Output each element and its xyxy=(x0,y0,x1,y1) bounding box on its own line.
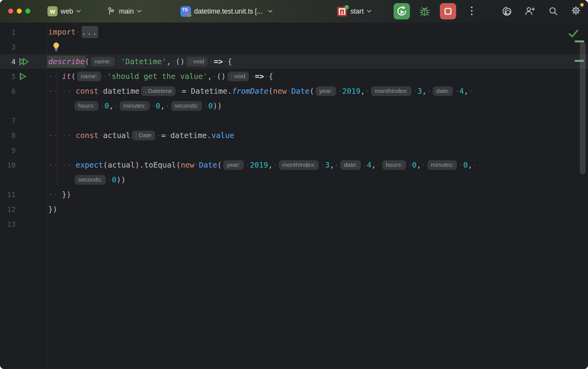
whitespace-dots: · xyxy=(165,101,170,110)
line-gutter: 3 xyxy=(0,39,47,54)
run-test-icon[interactable] xyxy=(18,72,31,81)
whitespace-dots: · xyxy=(245,161,250,170)
code-token: 'Datetime' xyxy=(121,57,166,66)
code-token: 0 xyxy=(208,101,213,110)
code-token: , xyxy=(360,87,365,96)
window-zoom-button[interactable] xyxy=(25,9,30,14)
whitespace-dots: · xyxy=(194,161,199,170)
editor[interactable]: 1import·...34describe(name:·'Datetime',·… xyxy=(0,23,588,369)
whitespace-dots: · xyxy=(338,87,342,96)
rerun-icon xyxy=(396,5,408,17)
scrollbar-thumb[interactable] xyxy=(580,42,586,174)
inlay-hint: seconds: xyxy=(75,175,106,185)
code-text: describe(name:·'Datetime',·(): void·=>·{ xyxy=(47,57,232,66)
line-gutter: 8 xyxy=(0,128,47,143)
code-line[interactable]: 13 xyxy=(0,217,588,231)
code-line[interactable]: seconds:·0)) xyxy=(0,172,588,187)
code-line[interactable]: hours:·0,·minutes:·0,·seconds:·0)) xyxy=(0,98,588,113)
line-number: 6 xyxy=(0,87,16,95)
whitespace-dots: · xyxy=(116,57,121,66)
more-options-button[interactable] xyxy=(468,0,476,23)
whitespace-dots: · xyxy=(98,131,103,140)
code-text: ·· ·· const·datetime: Datetime·=·Datetim… xyxy=(47,86,473,96)
line-number: 9 xyxy=(0,146,16,154)
settings-button[interactable] xyxy=(569,0,583,23)
code-rows: 1import·...34describe(name:·'Datetime',·… xyxy=(0,24,588,231)
code-line[interactable]: 10·· ·· expect(actual).toEqual(new·Date(… xyxy=(0,157,588,172)
code-line[interactable]: 5·· it(name:·'should get the value',·():… xyxy=(0,69,588,84)
line-number: 7 xyxy=(0,117,16,125)
chevron-down-icon xyxy=(76,10,81,13)
inlay-hint: : void xyxy=(186,57,208,66)
code-token: , xyxy=(468,161,472,170)
line-number: 1 xyxy=(0,28,16,36)
folded-code[interactable]: ... xyxy=(82,26,98,38)
code-token: 0 xyxy=(105,101,109,110)
window-close-button[interactable] xyxy=(8,9,13,14)
code-token: 0 xyxy=(112,175,117,184)
code-token: { xyxy=(228,57,232,66)
code-token: 0 xyxy=(463,161,468,170)
stop-button[interactable] xyxy=(440,3,456,19)
code-line[interactable]: 6·· ·· const·datetime: Datetime·=·Dateti… xyxy=(0,84,588,98)
code-line[interactable]: 3 xyxy=(0,39,588,54)
stop-icon xyxy=(442,5,454,17)
code-line[interactable]: 8·· ·· const·actual: Date·=·datetime.val… xyxy=(0,128,588,143)
scrollbar-mark-1[interactable] xyxy=(575,40,584,42)
code-token: expect xyxy=(75,161,103,170)
ai-assistant-button[interactable] xyxy=(500,0,513,23)
code-token: toEqual xyxy=(144,161,176,170)
code-line[interactable]: 9 xyxy=(0,143,588,157)
run-all-tests-icon[interactable] xyxy=(18,57,31,66)
code-text: ·· }) xyxy=(47,190,71,199)
code-token: = xyxy=(182,87,186,96)
typescript-test-file-icon: TS xyxy=(180,6,191,17)
code-line[interactable]: 4describe(name:·'Datetime',·(): void·=>·… xyxy=(0,54,588,69)
whitespace-dots: · xyxy=(98,87,103,96)
lightbulb-icon[interactable] xyxy=(52,42,60,52)
test-file-overlay-icon xyxy=(186,12,192,18)
code-line[interactable]: 1import·... xyxy=(0,24,588,39)
code-token: actual xyxy=(103,131,130,140)
window-minimize-button[interactable] xyxy=(17,9,22,14)
debug-button[interactable] xyxy=(417,0,432,23)
code-token: , xyxy=(371,161,376,170)
code-token: ( xyxy=(217,161,222,170)
file-tab[interactable]: TS datetime.test.unit.ts [... xyxy=(180,0,273,23)
debug-bug-icon xyxy=(418,5,431,17)
code-token: }) xyxy=(62,190,71,199)
run-configuration[interactable]: start xyxy=(337,0,371,23)
whitespace-dots: ·· ·· xyxy=(48,131,75,140)
scrollbar-mark-2[interactable] xyxy=(575,60,584,62)
whitespace-dots: · xyxy=(427,87,431,96)
line-gutter: 4 xyxy=(0,54,47,69)
whitespace-dots: · xyxy=(186,87,191,96)
code-line[interactable]: 12}) xyxy=(0,202,588,217)
whitespace-dots: · xyxy=(75,28,80,37)
project-badge: W xyxy=(47,6,58,16)
whitespace-dots: · xyxy=(100,101,105,110)
code-text: ·· ·· expect(actual).toEqual(new·Date(ye… xyxy=(47,160,477,170)
line-gutter xyxy=(0,172,47,187)
inspection-ok-icon[interactable] xyxy=(568,29,579,38)
code-token: , xyxy=(109,101,114,110)
rerun-button[interactable] xyxy=(394,3,410,19)
settings-gear-icon xyxy=(570,5,582,16)
branch-widget[interactable]: main xyxy=(107,0,142,23)
code-line[interactable]: 11·· }) xyxy=(0,187,588,202)
project-widget[interactable]: W web xyxy=(47,0,81,23)
line-number: 8 xyxy=(0,131,16,140)
whitespace-dots: · xyxy=(472,161,477,170)
code-with-me-button[interactable] xyxy=(523,0,537,23)
search-everywhere-button[interactable] xyxy=(547,0,560,23)
code-token: { xyxy=(269,72,273,81)
code-token: value xyxy=(212,131,234,140)
inlay-hint: date: xyxy=(340,160,360,170)
code-token: actual xyxy=(108,161,135,170)
code-token: Date xyxy=(199,161,217,170)
whitespace-dots: · xyxy=(264,72,269,81)
line-number: 12 xyxy=(0,205,16,213)
code-line[interactable]: 7 xyxy=(0,113,588,128)
code-token: () xyxy=(217,72,226,81)
code-text: import·... xyxy=(47,26,98,38)
